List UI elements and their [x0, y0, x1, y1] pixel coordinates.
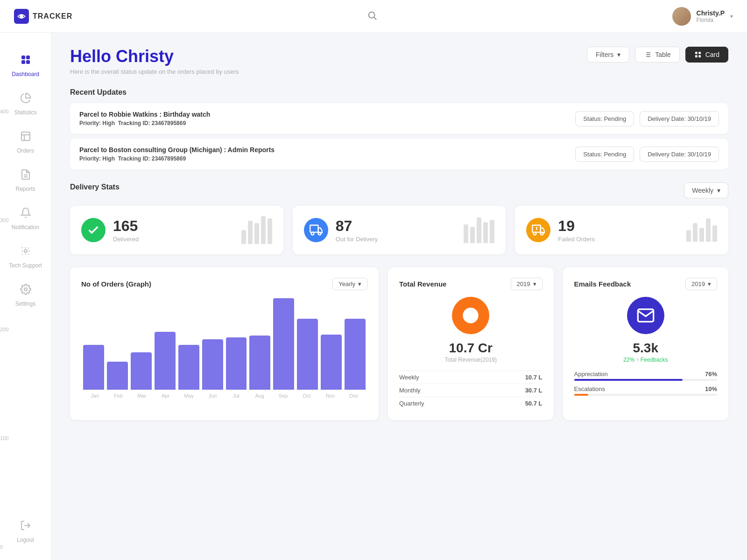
fb-bar-wrap-1	[574, 394, 718, 396]
user-area: Christy.P Florida ▾	[672, 7, 733, 26]
bar	[712, 225, 717, 242]
feedback-card-header: Emails Feedback 2019 ▾	[574, 278, 718, 290]
table-view-button[interactable]: Table	[635, 47, 679, 63]
chart-bar	[202, 339, 223, 390]
revenue-year-label: 2019	[517, 280, 530, 287]
chart-bar	[321, 335, 342, 390]
filter-chevron-icon: ▾	[617, 51, 620, 58]
feedback-sub: 22% ↑ Feedbacks	[574, 357, 718, 363]
revenue-row-val-2: 50.7 L	[525, 400, 543, 407]
filters-label: Filters	[596, 51, 613, 58]
sidebar-item-label-notification: Notification	[12, 224, 39, 231]
ofd-icon-circle	[304, 218, 328, 242]
stats-period-selector[interactable]: Weekly ▾	[684, 182, 728, 198]
delivered-count: 165	[113, 217, 139, 235]
feedback-year-selector[interactable]: 2019 ▾	[685, 278, 717, 290]
sidebar-item-label-logout: Logout	[17, 537, 34, 543]
svg-point-13	[24, 288, 27, 291]
update-info-0: Parcel to Robbie Watkins : Birthday watc…	[79, 111, 210, 126]
total-revenue-card: Total Revenue 2019 ▾ 10.7 Cr Total Reven…	[388, 267, 554, 420]
fb-label-text-1: Escalations	[574, 385, 605, 392]
chart-bar	[345, 319, 366, 390]
chevron-down-icon[interactable]: ▾	[730, 13, 733, 20]
avatar	[672, 7, 691, 26]
fb-bar-fill-0	[574, 379, 683, 381]
user-info: Christy.P Florida	[697, 9, 725, 23]
svg-rect-6	[26, 60, 30, 64]
x-axis-label: Sep	[271, 393, 295, 399]
graph-period-chevron: ▾	[358, 280, 361, 287]
orders-graph-card: No of Orders (Graph) Yearly ▾ 500+ 400 3…	[70, 267, 379, 420]
stat-info-ofd: 87 Out for Delivery	[336, 217, 378, 243]
fb-pct-1: 10%	[705, 385, 717, 392]
x-axis-label: Nov	[318, 393, 342, 399]
stat-left-failed: 19 Failed Orders	[526, 217, 595, 243]
chart-bar	[83, 345, 104, 390]
update-title-1: Parcel to Boston consulting Group (Michi…	[79, 146, 275, 154]
revenue-row-2: Quarterly 50.7 L	[399, 397, 543, 410]
ofd-count: 87	[336, 217, 378, 235]
chart-bar	[273, 298, 294, 390]
greeting-block: Hello Christy Here is the overall status…	[70, 47, 239, 75]
stat-left-delivered: 165 Delivered	[81, 217, 139, 243]
revenue-row-label-0: Weekly	[399, 374, 419, 381]
chart-bar	[249, 336, 270, 390]
bar	[268, 218, 272, 244]
feedback-breakdown: Appreciation 76% Escalations 10%	[574, 371, 718, 396]
update-item-1: Parcel to Boston consulting Group (Michi…	[70, 139, 728, 169]
revenue-amount: 10.7 Cr	[399, 341, 543, 356]
revenue-year-selector[interactable]: 2019 ▾	[511, 278, 543, 290]
filters-button[interactable]: Filters ▾	[587, 47, 629, 63]
feedback-title: Emails Feedback	[574, 280, 631, 288]
search-button[interactable]	[365, 8, 379, 24]
graph-period-selector[interactable]: Yearly ▾	[332, 278, 367, 290]
stat-left-ofd: 87 Out for Delivery	[304, 217, 378, 243]
chart-bar	[178, 345, 199, 390]
svg-rect-23	[695, 55, 698, 57]
x-axis-label: Aug	[248, 393, 271, 399]
revenue-row-0: Weekly 10.7 L	[399, 371, 543, 384]
dashboard-icon	[20, 54, 31, 68]
feedback-icon-circle	[627, 297, 664, 334]
update-actions-0: Status: Pending Delivery Date: 30/10/19	[575, 111, 719, 126]
chart-container: 500+ 400 300 200 100 0 JanFebMarAprMayJu…	[81, 297, 367, 399]
bar	[706, 218, 711, 242]
bar	[686, 230, 691, 242]
table-label: Table	[655, 51, 670, 58]
revenue-row-label-1: Monthly	[399, 387, 421, 394]
feedback-year-label: 2019	[691, 280, 705, 287]
svg-rect-5	[21, 60, 25, 64]
bar	[470, 227, 475, 243]
feedback-amount: 5.3k	[574, 341, 718, 356]
card-view-button[interactable]: Card	[685, 47, 728, 63]
feedback-year-chevron: ▾	[708, 280, 711, 287]
sidebar-item-label-settings: Settings	[15, 301, 35, 307]
chart-inner: JanFebMarAprMayJunJulAugSepOctNovDec	[81, 297, 367, 399]
bar	[464, 224, 468, 243]
topnav: TRACKER Christy.P Florida ▾	[0, 0, 747, 33]
ofd-label: Out for Delivery	[336, 236, 378, 243]
logo-text: TRACKER	[33, 12, 72, 21]
svg-point-27	[318, 232, 321, 235]
svg-point-1	[369, 12, 375, 18]
graph-header: No of Orders (Graph) Yearly ▾	[81, 278, 367, 290]
chart-bar	[297, 319, 318, 390]
svg-point-26	[311, 232, 314, 235]
chart-bar	[226, 337, 247, 390]
orders-icon	[20, 131, 31, 145]
stat-card-delivered: 165 Delivered	[70, 206, 283, 254]
svg-rect-25	[310, 225, 318, 232]
view-controls: Filters ▾ Table Card	[587, 47, 728, 63]
bar	[241, 230, 246, 244]
statistics-icon	[20, 92, 31, 106]
update-actions-1: Status: Pending Delivery Date: 30/10/19	[575, 147, 719, 162]
logo-area: TRACKER	[14, 9, 72, 24]
stats-period-chevron: ▾	[717, 187, 720, 194]
x-axis-label: Apr	[154, 393, 177, 399]
fb-label-1: Escalations 10%	[574, 385, 718, 392]
bars-row	[81, 297, 367, 390]
sidebar-item-label-reports: Reports	[15, 186, 35, 192]
failed-label: Failed Orders	[558, 236, 595, 243]
revenue-row-val-0: 10.7 L	[525, 374, 543, 381]
fb-bar-wrap-0	[574, 379, 718, 381]
